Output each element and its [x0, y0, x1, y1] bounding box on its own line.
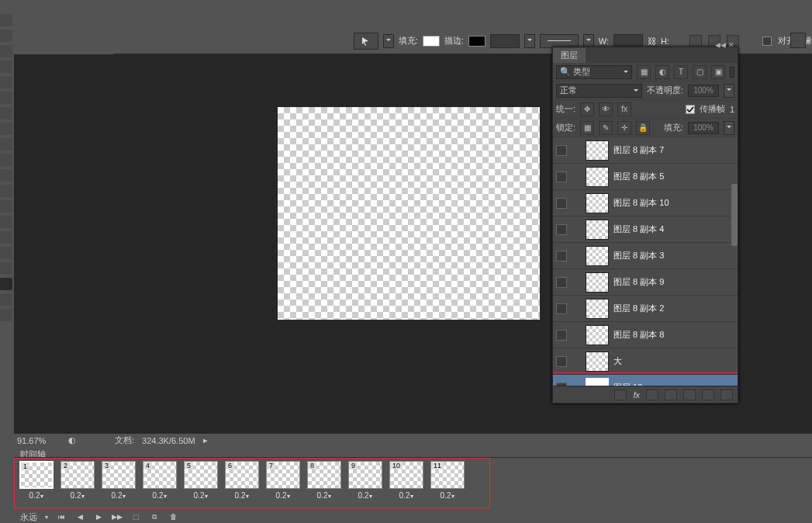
visibility-toggle[interactable] [556, 251, 567, 262]
delete-layer-icon[interactable] [720, 390, 733, 400]
tool-hand[interactable] [0, 293, 12, 306]
tool-blur[interactable] [0, 200, 12, 213]
unify-visibility-icon[interactable]: 👁 [599, 102, 613, 116]
layer-thumbnail[interactable] [586, 193, 609, 213]
layer-row[interactable]: 图层 8 副本 10 [553, 190, 738, 216]
frame-thumbnail[interactable]: 4 [143, 461, 177, 489]
visibility-toggle[interactable] [556, 303, 567, 314]
layer-row[interactable]: 图层 8 副本 8 [553, 322, 738, 348]
doc-info-dd[interactable]: ▸ [203, 435, 208, 445]
layer-thumbnail[interactable] [586, 220, 609, 240]
stroke-width-dd[interactable] [524, 34, 535, 48]
group-icon[interactable] [683, 390, 696, 400]
layer-thumbnail[interactable] [586, 140, 609, 161]
layer-row[interactable]: 图层 8 副本 4 [553, 216, 738, 243]
new-layer-icon[interactable] [702, 390, 714, 400]
filter-toggle[interactable] [730, 67, 734, 78]
frame-thumbnail[interactable]: 1 [19, 461, 54, 489]
duplicate-frame-button[interactable]: ⧉ [149, 512, 160, 521]
prev-frame-button[interactable]: ◀ [74, 512, 85, 521]
tween-button[interactable]: ⬚ [130, 512, 141, 521]
layer-fx-icon[interactable]: fx [633, 390, 640, 400]
filter-pixel-icon[interactable]: ▦ [637, 65, 651, 79]
tool-path[interactable] [0, 262, 12, 275]
tool-crop[interactable] [0, 76, 12, 88]
tool-wand[interactable] [0, 61, 12, 73]
next-frame-button[interactable]: ▶▶ [112, 512, 123, 521]
lock-position-icon[interactable]: ✛ [617, 121, 631, 135]
frame-thumbnail[interactable]: 7 [266, 461, 300, 489]
canvas[interactable] [278, 107, 540, 320]
tool-heal[interactable] [0, 107, 12, 119]
delete-frame-button[interactable]: 🗑 [168, 512, 178, 521]
stroke-swatch[interactable] [468, 36, 485, 47]
filter-text-icon[interactable]: T [674, 65, 688, 79]
filter-adjust-icon[interactable]: ◐ [655, 65, 669, 79]
panel-collapse-button[interactable] [790, 33, 806, 48]
tool-shape[interactable] [0, 278, 12, 290]
layer-row[interactable]: 图层 8 副本 3 [553, 243, 738, 269]
visibility-toggle[interactable] [556, 171, 567, 182]
visibility-toggle[interactable] [556, 330, 567, 341]
visibility-toggle[interactable] [556, 383, 567, 386]
frame-thumbnail[interactable]: 10 [389, 461, 423, 489]
stroke-style[interactable] [540, 34, 579, 48]
stroke-width[interactable] [490, 34, 520, 48]
layer-row[interactable]: 图层 8 副本 5 [553, 164, 738, 190]
layer-mask-icon[interactable] [646, 390, 658, 400]
tool-zoom[interactable] [0, 309, 12, 321]
first-frame-button[interactable]: ⏮ [56, 512, 67, 521]
layer-row[interactable]: 图层 8 副本 7 [553, 137, 738, 164]
tool-gradient[interactable] [0, 185, 12, 197]
tool-pen[interactable] [0, 231, 12, 244]
frame-thumbnail[interactable]: 8 [307, 461, 341, 489]
blend-mode-select[interactable]: 正常 [556, 84, 642, 98]
link-layers-icon[interactable] [614, 390, 627, 400]
filter-type-select[interactable]: 🔍 类型 [556, 65, 632, 79]
stroke-style-dd[interactable] [583, 34, 594, 48]
tool-text[interactable] [0, 247, 12, 259]
frame-thumbnail[interactable]: 2 [60, 461, 95, 489]
filter-shape-icon[interactable]: ▢ [693, 65, 707, 79]
fill-swatch[interactable] [423, 36, 440, 47]
tool-lasso[interactable] [0, 45, 12, 57]
align-edges-checkbox[interactable] [762, 36, 772, 46]
unify-style-icon[interactable]: fx [617, 102, 631, 116]
tool-eyedrop[interactable] [0, 92, 12, 104]
lock-all-icon[interactable]: 🔒 [636, 121, 650, 135]
loop-mode[interactable]: 永远 [20, 511, 37, 523]
tool-preset[interactable] [354, 33, 378, 50]
layer-thumbnail[interactable] [586, 299, 609, 319]
layer-thumbnail[interactable] [586, 167, 609, 187]
scrollbar-thumb[interactable] [731, 184, 738, 246]
fill-value[interactable]: 100% [688, 122, 719, 134]
layer-row[interactable]: 图层 8 副本 9 [553, 269, 738, 296]
layer-thumbnail[interactable] [586, 378, 609, 386]
zoom-icon[interactable]: ◐ [68, 435, 76, 445]
filter-smart-icon[interactable]: ▣ [711, 65, 725, 79]
frame-thumbnail[interactable]: 11 [430, 461, 465, 489]
tool-move[interactable] [0, 14, 12, 26]
layer-row[interactable]: 图层 10 [553, 375, 738, 386]
frame-thumbnail[interactable]: 6 [225, 461, 259, 489]
tool-preset-dropdown[interactable] [383, 34, 394, 48]
tool-brush[interactable] [0, 123, 12, 135]
layer-row[interactable]: 图层 8 副本 2 [553, 296, 738, 322]
opacity-value[interactable]: 100% [688, 85, 719, 97]
layer-thumbnail[interactable] [586, 325, 609, 345]
adjustment-icon[interactable] [665, 390, 677, 400]
zoom-value[interactable]: 91.67% [17, 436, 60, 445]
unify-position-icon[interactable]: ✥ [580, 102, 594, 116]
lock-image-icon[interactable]: ✎ [599, 121, 613, 135]
fill-dd[interactable] [724, 121, 734, 135]
lock-transparent-icon[interactable]: ▦ [580, 121, 594, 135]
tool-dodge[interactable] [0, 216, 12, 228]
link-icon[interactable]: ⛓ [648, 36, 656, 46]
path-combine-icon[interactable] [689, 35, 702, 47]
layer-row[interactable]: 大 [553, 348, 738, 375]
layers-tab[interactable]: 图层 [553, 48, 586, 63]
visibility-toggle[interactable] [556, 224, 567, 235]
tool-eraser[interactable] [0, 169, 12, 182]
layer-thumbnail[interactable] [586, 246, 609, 266]
opacity-dd[interactable] [724, 84, 734, 98]
